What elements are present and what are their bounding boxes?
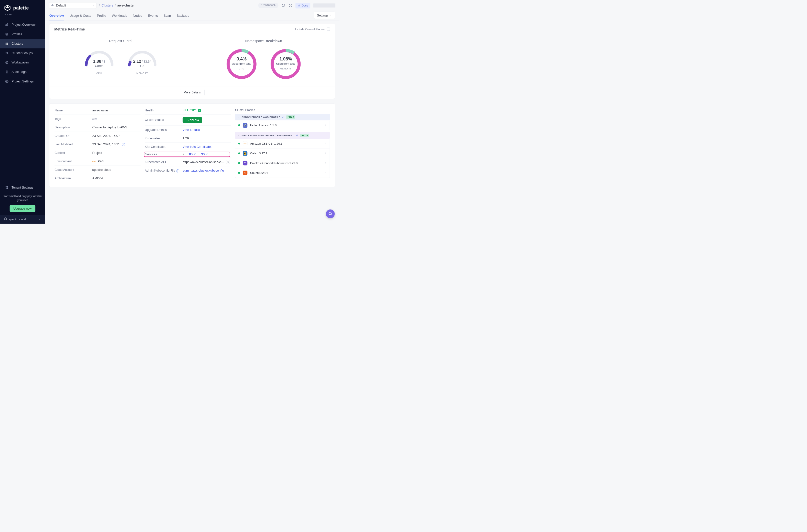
include-cp-checkbox[interactable]: [327, 27, 330, 31]
tab-usage-costs[interactable]: Usage & Costs: [69, 12, 91, 20]
details-col-mid: HealthHEALTHY✓ Cluster StatusRUNNING Upg…: [145, 108, 231, 183]
status-dot-icon: [238, 172, 240, 174]
chat-icon[interactable]: [281, 3, 286, 8]
pack-row[interactable]: ◎ Ubuntu 22.04: [235, 168, 330, 178]
addon-profile-header[interactable]: ADDON PROFILE AWS-PROFILE PROJ: [235, 114, 330, 120]
pack-row[interactable]: 🐱 Calico 3.27.2: [235, 149, 330, 158]
svg-marker-25: [290, 5, 291, 6]
details-col-right: Cluster Profiles ADDON PROFILE AWS-PROFI…: [235, 108, 330, 183]
sidebar-item-project-overview[interactable]: Project Overview: [0, 20, 45, 30]
memory-gauge: 2.12 / 33.64 Gb MEMORY: [126, 47, 158, 75]
tab-backups[interactable]: Backups: [176, 12, 189, 20]
sidebar-item-label: Project Settings: [12, 80, 34, 83]
tab-scan[interactable]: Scan: [163, 12, 171, 20]
project-icon: [51, 4, 54, 7]
sidebar-item-profiles[interactable]: Profiles: [0, 30, 45, 39]
details-card: Nameaws-cluster Tagsn/a DescriptionClust…: [49, 103, 335, 187]
tab-overview[interactable]: Overview: [49, 12, 64, 20]
tab-profile[interactable]: Profile: [97, 12, 107, 20]
svg-rect-8: [7, 43, 8, 44]
svg-rect-22: [52, 4, 53, 6]
metrics-body: Request / Total 1.88 / 8 Cores CPU 2.12 …: [49, 35, 335, 86]
compass-icon[interactable]: [288, 3, 293, 8]
sidebar-item-audit-logs[interactable]: Audit Logs: [0, 67, 45, 77]
pack-row[interactable]: aws Amazon EBS CSI 1.26.1: [235, 139, 330, 148]
docs-button[interactable]: Docs: [296, 2, 311, 8]
main: Default / Clusters / aws-cluster 1.29/10…: [45, 0, 339, 224]
pack-icon: 🚀: [243, 123, 248, 128]
grid-icon: [5, 42, 8, 45]
row-label: Services: [145, 153, 182, 156]
sidebar-item-tenant-settings[interactable]: Tenant Settings: [0, 183, 45, 192]
sidebar-item-label: Profiles: [12, 33, 22, 36]
copy-icon[interactable]: [226, 160, 230, 164]
user-menu[interactable]: [313, 3, 335, 7]
row-label: Upgrade Details: [145, 128, 183, 131]
include-cp-label: Include Control Planes: [295, 27, 324, 31]
chevron-right-icon: [324, 162, 326, 164]
mem-used: 2.12: [133, 59, 142, 64]
svg-rect-21: [52, 5, 52, 6]
svg-rect-9: [6, 44, 7, 45]
link-icon[interactable]: [296, 134, 298, 137]
tab-nodes[interactable]: Nodes: [133, 12, 143, 20]
view-k8s-certs-link[interactable]: View K8s Certificates: [183, 145, 212, 148]
chevron-down-icon: [238, 116, 240, 118]
svg-point-13: [6, 54, 6, 54]
pack-row[interactable]: ⬡ Palette eXtended Kubernetes 1.29.8: [235, 158, 330, 168]
help-fab[interactable]: [326, 209, 335, 218]
brand-logo-icon: [4, 4, 11, 12]
tenant-icon: [5, 186, 8, 189]
row-label: Kubernetes: [145, 136, 183, 140]
sidebar-item-workspaces[interactable]: Workspaces: [0, 58, 45, 67]
profile-header-label: ADDON PROFILE AWS-PROFILE: [242, 116, 281, 118]
mem-unit: Gb: [140, 64, 145, 68]
info-icon[interactable]: i: [176, 169, 180, 173]
tab-events[interactable]: Events: [148, 12, 158, 20]
cluster-env: awsAWS: [92, 159, 105, 163]
crumb-current: aws-cluster: [117, 4, 135, 7]
cpu-unit: Cores: [95, 64, 104, 68]
svg-rect-7: [6, 43, 7, 44]
settings-button[interactable]: Settings: [314, 12, 335, 19]
pack-name: Ubuntu 22.04: [250, 171, 268, 174]
service-port-3000[interactable]: :3000: [200, 153, 208, 156]
chevron-left-icon[interactable]: [38, 217, 41, 221]
crumb-clusters[interactable]: Clusters: [101, 4, 113, 7]
cluster-cloud-account: spectro-cloud: [92, 168, 111, 172]
svg-rect-3: [7, 23, 8, 26]
info-icon[interactable]: i: [122, 143, 125, 146]
cluster-tags: n/a: [92, 117, 97, 121]
cpu-donut-text: Used from total: [225, 62, 259, 65]
view-upgrade-details-link[interactable]: View Details: [183, 128, 200, 131]
cpu-label: CPU: [96, 72, 102, 75]
svg-point-24: [289, 4, 292, 7]
footer-brand-bar[interactable]: spectro cloud: [0, 215, 45, 224]
project-select[interactable]: Default: [49, 2, 96, 8]
more-details-button[interactable]: More Details: [180, 89, 205, 96]
sidebar-item-clusters[interactable]: Clusters: [0, 39, 45, 49]
crumb-divider: /: [99, 4, 100, 7]
pack-row[interactable]: 🚀 Hello Universe 1.2.0: [235, 120, 330, 130]
svg-point-14: [7, 54, 8, 54]
chevron-right-icon: [324, 142, 326, 145]
mem-total: 33.64: [144, 60, 151, 63]
sidebar-item-cluster-groups[interactable]: Cluster Groups: [0, 48, 45, 58]
svg-point-11: [6, 52, 6, 53]
tabs: Overview Usage & Costs Profile Workloads…: [45, 11, 339, 20]
link-icon[interactable]: [282, 116, 284, 118]
infra-profile-header[interactable]: INFRASTRUCTURE PROFILE AWS-PROFILE PROJ: [235, 132, 330, 139]
svg-rect-1: [6, 25, 6, 26]
app-version: 4.4.19: [0, 13, 45, 20]
brand: palette: [0, 3, 45, 13]
svg-rect-10: [7, 44, 8, 45]
kubeconfig-link[interactable]: admin.aws-cluster.kubeconfig: [183, 169, 224, 172]
tab-workloads[interactable]: Workloads: [112, 12, 127, 20]
cluster-created: 23 Sep 2024, 16:07: [92, 134, 120, 138]
sidebar-item-label: Workspaces: [12, 61, 29, 64]
upgrade-button[interactable]: Upgrade now: [10, 205, 36, 212]
row-label: Name: [54, 109, 92, 112]
service-port-8080[interactable]: :8080: [188, 153, 196, 156]
cluster-arch: AMD64: [92, 176, 103, 180]
sidebar-item-project-settings[interactable]: Project Settings: [0, 77, 45, 86]
